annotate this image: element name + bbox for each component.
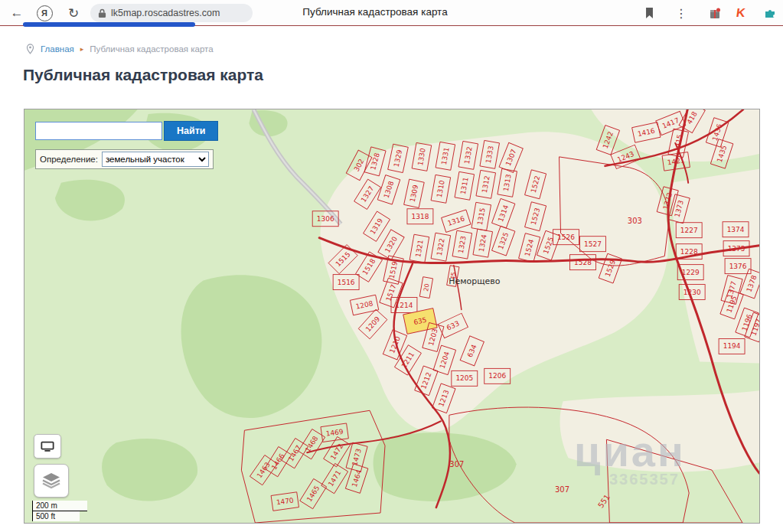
parcel-label: 1227 (680, 227, 698, 234)
tab-title: Публичная кадастровая карта (260, 6, 490, 18)
parcel-label: 1528 (574, 259, 592, 266)
definition-label: Определение: (40, 155, 98, 164)
bookmark-icon[interactable] (640, 4, 658, 22)
search-input[interactable] (35, 122, 162, 140)
lock-icon (98, 8, 106, 18)
parcel-label: 1228 (680, 248, 698, 256)
parcel-label: 1318 (412, 213, 429, 220)
gift-extension-icon[interactable] (706, 4, 724, 22)
scale-imperial: 500 ft (32, 511, 80, 521)
yandex-badge: Я (37, 5, 53, 21)
parcel-label: 303 (628, 217, 642, 225)
layers-button[interactable] (34, 464, 69, 498)
parcel-label: 1306 (317, 215, 334, 223)
back-icon[interactable]: ← (8, 4, 26, 22)
parcel-label: 1229 (682, 269, 700, 276)
breadcrumb-separator-icon: ▸ (80, 45, 84, 53)
parcel-label: 1214 (396, 302, 413, 309)
page-title: Публичная кадастровая карта (23, 66, 263, 84)
monitor-icon (41, 441, 54, 452)
layers-icon (42, 472, 60, 489)
parcel-label: 1374 (727, 226, 745, 233)
map-search-bar: Найти (35, 121, 218, 141)
parcel-label: 1230 (683, 289, 701, 296)
k-extension-icon[interactable]: K (732, 4, 750, 22)
definition-row: Определение: земельный участок (35, 149, 214, 169)
active-tab-indicator (23, 22, 195, 27)
parcel-label: 1526 (557, 233, 575, 241)
definition-select[interactable]: земельный участок (102, 152, 209, 167)
breadcrumb: Главная ▸ Публичная кадастровая карта (26, 44, 214, 54)
refresh-icon[interactable]: ↻ (64, 4, 83, 22)
parcel-label: 1527 (584, 240, 602, 248)
puzzle-extension-icon[interactable] (761, 4, 779, 22)
parcel-label: 1375 (728, 245, 745, 253)
parcel-label: 307 (449, 460, 464, 468)
search-button[interactable]: Найти (164, 121, 218, 141)
fullscreen-button[interactable] (34, 434, 61, 459)
cadastral-map[interactable]: 3021328132913301331133213331307132713081… (24, 109, 759, 523)
parcel-label: 1206 (488, 372, 506, 380)
k-logo-glyph: K (736, 6, 746, 20)
scale-metric: 200 m (32, 501, 87, 511)
parcel-label: 1376 (729, 263, 747, 270)
address-bar[interactable]: lk5map.roscadastres.com (90, 4, 253, 22)
map-panel: 3021328132913301331133213331307132713081… (24, 109, 760, 524)
breadcrumb-home-link[interactable]: Главная (41, 44, 74, 54)
parcel-label: 1194 (723, 342, 741, 350)
parcel-label: 307 (555, 485, 569, 494)
yandex-icon[interactable]: Я (35, 4, 54, 22)
parcel-label: 1205 (455, 374, 473, 382)
scale-bar: 200 m 500 ft (32, 501, 87, 521)
parcel-label: 1516 (338, 279, 355, 286)
breadcrumb-current: Публичная кадастровая карта (90, 44, 213, 54)
menu-kebab-icon[interactable]: ⋮ (672, 4, 690, 22)
parcel-label: Неморщево (449, 276, 500, 286)
location-pin-icon (26, 44, 34, 54)
url-text: lk5map.roscadastres.com (111, 8, 220, 18)
parcel-label: 20 (422, 283, 431, 292)
